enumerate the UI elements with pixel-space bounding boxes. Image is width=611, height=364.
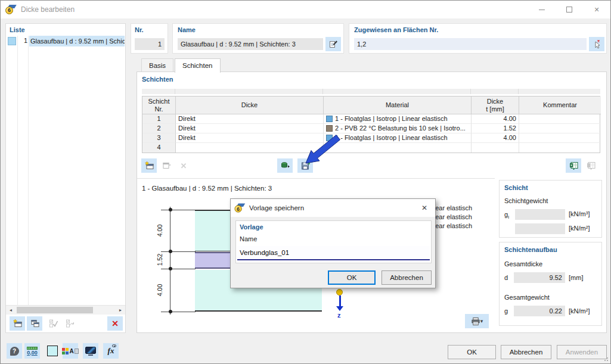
material-color-swatch: [326, 125, 333, 132]
pointer-select-icon: [592, 39, 601, 49]
gesamtdicke-label: Gesamtdicke: [504, 260, 542, 267]
copy-thickness-button[interactable]: [27, 316, 42, 331]
row4-t[interactable]: [472, 143, 519, 153]
ok-button[interactable]: OK: [448, 345, 496, 359]
horizontal-scrollbar[interactable]: ◂ ▸: [6, 305, 125, 315]
copy-layer-button[interactable]: [159, 158, 174, 173]
scrollbar-thumb[interactable]: [17, 307, 93, 313]
row3-nr[interactable]: 3: [142, 133, 176, 143]
schichtgewicht-volume-field: [515, 209, 565, 220]
close-button[interactable]: ✕: [583, 1, 610, 18]
row4-material[interactable]: [324, 143, 472, 153]
dim-label-bottom: 4.00: [156, 272, 163, 308]
row2-nr[interactable]: 2: [142, 124, 176, 133]
gesamtdicke-field: 9.52: [514, 272, 565, 283]
schicht-panel: Schicht Schichtgewicht gi [kN/m³] [kN/m²…: [499, 180, 602, 238]
app-icon: 6: [5, 5, 16, 15]
row4-dicke[interactable]: [176, 143, 324, 153]
delete-layer-button[interactable]: ✕: [176, 158, 191, 173]
row1-nr[interactable]: 1: [142, 114, 176, 124]
print-preview-button[interactable]: ▾: [465, 314, 489, 328]
schichten-section-title: Schichten: [142, 76, 173, 83]
row1-material[interactable]: 1 - Floatglas | Isotrop | Linear elastis…: [324, 114, 472, 124]
scroll-right-icon[interactable]: ▸: [116, 306, 125, 315]
export-excel-button[interactable]: [566, 158, 581, 173]
layers-table: Schicht Nr. Dicke Material Dicke t [mm] …: [142, 96, 600, 153]
row3-t[interactable]: 4.00: [472, 133, 519, 143]
invert-selection-button[interactable]: [62, 316, 77, 331]
row4-nr[interactable]: 4: [142, 143, 176, 153]
gi-symbol: gi: [504, 211, 509, 220]
help-button[interactable]: ?: [7, 343, 22, 359]
list-item[interactable]: 1 Glasaufbau | d : 9.52 mm | Schichten: …: [6, 36, 125, 46]
excel-import-icon: [586, 161, 596, 170]
tab-basis[interactable]: Basis: [141, 58, 173, 72]
tab-schichten[interactable]: Schichten: [175, 58, 221, 73]
cancel-button[interactable]: Abbrechen: [501, 345, 551, 359]
preview-caption: 1 - Glasaufbau | d : 9.52 mm | Schichten…: [142, 185, 272, 192]
select-all-button[interactable]: [45, 316, 61, 331]
row1-kommentar[interactable]: [519, 114, 601, 124]
check-all-icon: [48, 319, 58, 328]
vorlage-speichern-dialog: 6 Vorlage speichern ✕ Vorlage Name OK Ab…: [230, 198, 436, 288]
copy-icon: [162, 161, 172, 170]
g-symbol: g: [504, 307, 508, 315]
app-icon: 6: [234, 203, 244, 213]
row2-dicke[interactable]: Direkt: [176, 124, 324, 133]
dialog-title-bar: 6 Vorlage speichern: [231, 199, 435, 217]
zugewiesen-value-field[interactable]: 1,2: [354, 38, 587, 50]
material-label: 1 - Floatglas | Isotrop | Linear elastis…: [335, 133, 448, 142]
dialog-close-button[interactable]: ✕: [416, 201, 433, 214]
pencil-edit-icon: [328, 39, 338, 49]
color-swatch-button[interactable]: [45, 343, 60, 359]
nr-label: Nr.: [135, 26, 144, 33]
row3-kommentar[interactable]: [519, 133, 601, 143]
unit-mm: [mm]: [569, 274, 583, 281]
material-color-swatch: [326, 116, 333, 122]
schichtgewicht-area-field: [515, 223, 565, 234]
scroll-left-icon[interactable]: ◂: [6, 306, 15, 315]
window-title: Dicke bearbeiten: [21, 5, 75, 14]
select-surfaces-button[interactable]: [589, 37, 604, 51]
vorlage-name-input[interactable]: [237, 246, 430, 260]
tab-schichten-label: Schichten: [182, 62, 213, 69]
new-thickness-button[interactable]: [10, 316, 25, 331]
new-window-icon: [13, 319, 23, 328]
unit-kn-m2: [kN/m²]: [569, 307, 590, 315]
row3-material[interactable]: 1 - Floatglas | Isotrop | Linear elastis…: [324, 133, 472, 143]
gesamtgewicht-field: 0.22: [514, 306, 565, 316]
new-layer-button[interactable]: [141, 158, 157, 173]
apply-button[interactable]: Anwenden: [557, 345, 607, 359]
row4-kommentar[interactable]: [519, 143, 601, 153]
dialog-ok-button[interactable]: OK: [328, 270, 376, 285]
row3-dicke[interactable]: Direkt: [176, 133, 324, 143]
name-box: Name Glasaufbau | d : 9.52 mm | Schichte…: [172, 23, 344, 54]
load-template-button[interactable]: [277, 158, 293, 173]
schichtenaufbau-panel: Schichtenaufbau Gesamtdicke d 9.52 [mm] …: [499, 242, 602, 326]
rendering-button[interactable]: [83, 343, 98, 359]
gesamtgewicht-label: Gesamtgewicht: [504, 294, 550, 301]
annotation-arrow: [302, 134, 342, 165]
edit-name-button[interactable]: [325, 37, 341, 51]
list-item-label: Glasaufbau | d : 9.52 mm | Schichten: 3: [29, 36, 125, 46]
row2-material[interactable]: 2 - PVB 22 °C Belastung bis 10 sek | Iso…: [324, 124, 472, 133]
row2-kommentar[interactable]: [519, 124, 601, 133]
row1-t[interactable]: 4.00: [472, 114, 519, 124]
display-properties-button[interactable]: A: [63, 343, 78, 359]
liste-panel: Liste 1 Glasaufbau | d : 9.52 mm | Schic…: [5, 23, 126, 333]
maximize-button[interactable]: [556, 1, 583, 18]
dialog-cancel-button[interactable]: Abbrechen: [382, 270, 432, 285]
close-icon: ✕: [594, 6, 599, 14]
tab-basis-label: Basis: [149, 62, 166, 69]
unit-kn-m3: [kN/m³]: [569, 210, 590, 217]
resize-grip[interactable]: [604, 357, 609, 362]
import-excel-button[interactable]: [583, 158, 598, 173]
nr-box: Nr. 1: [131, 23, 168, 54]
units-settings-button[interactable]: 0,00: [24, 343, 40, 359]
formula-button[interactable]: fx: [103, 343, 119, 359]
row2-t[interactable]: 1.52: [472, 124, 519, 133]
row1-dicke[interactable]: Direkt: [176, 114, 324, 124]
name-value-field: Glasaufbau | d : 9.52 mm | Schichten: 3: [178, 38, 323, 50]
delete-thickness-button[interactable]: ✕: [107, 316, 123, 331]
minimize-button[interactable]: [528, 1, 556, 18]
